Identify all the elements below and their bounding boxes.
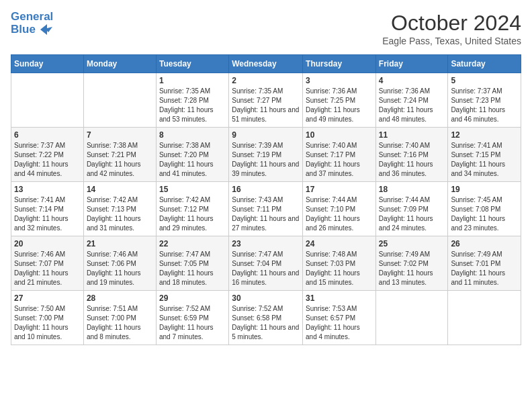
day-number: 2 bbox=[232, 76, 300, 85]
day-number: 7 bbox=[87, 130, 153, 140]
day-cell: 16Sunrise: 7:43 AM Sunset: 7:11 PM Dayli… bbox=[229, 182, 303, 236]
day-info: Sunrise: 7:37 AM Sunset: 7:22 PM Dayligh… bbox=[14, 141, 81, 179]
day-info: Sunrise: 7:49 AM Sunset: 7:01 PM Dayligh… bbox=[451, 250, 518, 287]
header-row: SundayMondayTuesdayWednesdayThursdayFrid… bbox=[11, 55, 521, 73]
day-info: Sunrise: 7:40 AM Sunset: 7:17 PM Dayligh… bbox=[306, 141, 373, 179]
day-number: 24 bbox=[306, 239, 373, 248]
day-cell: 8Sunrise: 7:38 AM Sunset: 7:20 PM Daylig… bbox=[156, 128, 228, 182]
day-info: Sunrise: 7:36 AM Sunset: 7:24 PM Dayligh… bbox=[379, 87, 445, 124]
day-cell: 10Sunrise: 7:40 AM Sunset: 7:17 PM Dayli… bbox=[303, 128, 376, 182]
day-number: 9 bbox=[232, 130, 300, 140]
logo-bird-icon bbox=[40, 24, 52, 35]
day-info: Sunrise: 7:40 AM Sunset: 7:16 PM Dayligh… bbox=[379, 141, 445, 179]
day-number: 27 bbox=[14, 293, 81, 303]
day-cell: 12Sunrise: 7:41 AM Sunset: 7:15 PM Dayli… bbox=[448, 128, 521, 182]
day-cell bbox=[375, 291, 448, 345]
day-cell: 13Sunrise: 7:41 AM Sunset: 7:14 PM Dayli… bbox=[11, 182, 84, 236]
day-number: 26 bbox=[451, 239, 518, 248]
day-number: 4 bbox=[379, 76, 445, 85]
day-number: 15 bbox=[159, 185, 226, 194]
day-cell: 27Sunrise: 7:50 AM Sunset: 7:00 PM Dayli… bbox=[11, 291, 84, 345]
day-cell: 18Sunrise: 7:44 AM Sunset: 7:09 PM Dayli… bbox=[375, 182, 448, 236]
calendar-table: SundayMondayTuesdayWednesdayThursdayFrid… bbox=[11, 54, 521, 345]
day-cell: 24Sunrise: 7:48 AM Sunset: 7:03 PM Dayli… bbox=[303, 236, 376, 291]
svg-marker-0 bbox=[40, 24, 52, 35]
day-number: 29 bbox=[159, 293, 226, 303]
day-cell: 11Sunrise: 7:40 AM Sunset: 7:16 PM Dayli… bbox=[375, 128, 448, 182]
day-cell: 5Sunrise: 7:37 AM Sunset: 7:23 PM Daylig… bbox=[448, 73, 521, 128]
day-info: Sunrise: 7:41 AM Sunset: 7:14 PM Dayligh… bbox=[14, 195, 81, 233]
day-number: 19 bbox=[451, 185, 518, 194]
day-info: Sunrise: 7:42 AM Sunset: 7:12 PM Dayligh… bbox=[159, 195, 226, 233]
day-info: Sunrise: 7:46 AM Sunset: 7:07 PM Dayligh… bbox=[14, 250, 81, 287]
day-cell: 4Sunrise: 7:36 AM Sunset: 7:24 PM Daylig… bbox=[375, 73, 448, 128]
day-number: 5 bbox=[451, 76, 518, 85]
day-cell: 17Sunrise: 7:44 AM Sunset: 7:10 PM Dayli… bbox=[303, 182, 376, 236]
day-info: Sunrise: 7:52 AM Sunset: 6:58 PM Dayligh… bbox=[232, 304, 300, 342]
day-cell: 2Sunrise: 7:35 AM Sunset: 7:27 PM Daylig… bbox=[229, 73, 303, 128]
day-number: 31 bbox=[306, 293, 373, 303]
day-number: 16 bbox=[232, 185, 300, 194]
day-cell bbox=[448, 291, 521, 345]
day-number: 22 bbox=[159, 239, 226, 248]
day-info: Sunrise: 7:47 AM Sunset: 7:05 PM Dayligh… bbox=[159, 250, 226, 287]
day-info: Sunrise: 7:38 AM Sunset: 7:20 PM Dayligh… bbox=[159, 141, 226, 179]
day-info: Sunrise: 7:39 AM Sunset: 7:19 PM Dayligh… bbox=[232, 141, 300, 179]
day-info: Sunrise: 7:49 AM Sunset: 7:02 PM Dayligh… bbox=[379, 250, 445, 287]
header-friday: Friday bbox=[375, 55, 448, 73]
day-info: Sunrise: 7:42 AM Sunset: 7:13 PM Dayligh… bbox=[87, 195, 153, 233]
header-thursday: Thursday bbox=[303, 55, 376, 73]
week-row-2: 6Sunrise: 7:37 AM Sunset: 7:22 PM Daylig… bbox=[11, 128, 521, 182]
day-info: Sunrise: 7:48 AM Sunset: 7:03 PM Dayligh… bbox=[306, 250, 373, 287]
day-number: 13 bbox=[14, 185, 81, 194]
week-row-4: 20Sunrise: 7:46 AM Sunset: 7:07 PM Dayli… bbox=[11, 236, 521, 291]
day-cell bbox=[83, 73, 156, 128]
day-cell: 21Sunrise: 7:46 AM Sunset: 7:06 PM Dayli… bbox=[83, 236, 156, 291]
logo-blue: Blue bbox=[11, 24, 53, 36]
day-cell: 15Sunrise: 7:42 AM Sunset: 7:12 PM Dayli… bbox=[156, 182, 228, 236]
day-cell: 7Sunrise: 7:38 AM Sunset: 7:21 PM Daylig… bbox=[83, 128, 156, 182]
day-number: 6 bbox=[14, 130, 81, 140]
header-sunday: Sunday bbox=[11, 55, 84, 73]
day-info: Sunrise: 7:51 AM Sunset: 7:00 PM Dayligh… bbox=[87, 304, 153, 342]
day-cell: 23Sunrise: 7:47 AM Sunset: 7:04 PM Dayli… bbox=[229, 236, 303, 291]
day-info: Sunrise: 7:50 AM Sunset: 7:00 PM Dayligh… bbox=[14, 304, 81, 342]
day-cell: 31Sunrise: 7:53 AM Sunset: 6:57 PM Dayli… bbox=[303, 291, 376, 345]
day-number: 17 bbox=[306, 185, 373, 194]
day-cell: 20Sunrise: 7:46 AM Sunset: 7:07 PM Dayli… bbox=[11, 236, 84, 291]
day-cell: 3Sunrise: 7:36 AM Sunset: 7:25 PM Daylig… bbox=[303, 73, 376, 128]
header-monday: Monday bbox=[83, 55, 156, 73]
day-cell: 28Sunrise: 7:51 AM Sunset: 7:00 PM Dayli… bbox=[83, 291, 156, 345]
day-number: 11 bbox=[379, 130, 445, 140]
day-number: 10 bbox=[306, 130, 373, 140]
logo-general: General bbox=[11, 11, 53, 24]
day-cell: 26Sunrise: 7:49 AM Sunset: 7:01 PM Dayli… bbox=[448, 236, 521, 291]
day-number: 18 bbox=[379, 185, 445, 194]
day-number: 8 bbox=[159, 130, 226, 140]
page-header: General Blue October 2024 Eagle Pass, Te… bbox=[11, 11, 521, 46]
day-number: 1 bbox=[159, 76, 226, 85]
day-info: Sunrise: 7:35 AM Sunset: 7:28 PM Dayligh… bbox=[159, 87, 226, 124]
header-wednesday: Wednesday bbox=[229, 55, 303, 73]
month-title: October 2024 bbox=[382, 11, 521, 36]
day-number: 21 bbox=[87, 239, 153, 248]
day-info: Sunrise: 7:47 AM Sunset: 7:04 PM Dayligh… bbox=[232, 250, 300, 287]
day-cell: 1Sunrise: 7:35 AM Sunset: 7:28 PM Daylig… bbox=[156, 73, 228, 128]
day-cell: 14Sunrise: 7:42 AM Sunset: 7:13 PM Dayli… bbox=[83, 182, 156, 236]
day-cell: 9Sunrise: 7:39 AM Sunset: 7:19 PM Daylig… bbox=[229, 128, 303, 182]
day-cell: 22Sunrise: 7:47 AM Sunset: 7:05 PM Dayli… bbox=[156, 236, 228, 291]
header-tuesday: Tuesday bbox=[156, 55, 228, 73]
week-row-1: 1Sunrise: 7:35 AM Sunset: 7:28 PM Daylig… bbox=[11, 73, 521, 128]
day-number: 23 bbox=[232, 239, 300, 248]
day-number: 12 bbox=[451, 130, 518, 140]
day-info: Sunrise: 7:45 AM Sunset: 7:08 PM Dayligh… bbox=[451, 195, 518, 233]
day-number: 3 bbox=[306, 76, 373, 85]
day-number: 28 bbox=[87, 293, 153, 303]
day-cell: 29Sunrise: 7:52 AM Sunset: 6:59 PM Dayli… bbox=[156, 291, 228, 345]
day-number: 25 bbox=[379, 239, 445, 248]
header-saturday: Saturday bbox=[448, 55, 521, 73]
day-info: Sunrise: 7:44 AM Sunset: 7:09 PM Dayligh… bbox=[379, 195, 445, 233]
day-number: 14 bbox=[87, 185, 153, 194]
day-info: Sunrise: 7:41 AM Sunset: 7:15 PM Dayligh… bbox=[451, 141, 518, 179]
day-info: Sunrise: 7:35 AM Sunset: 7:27 PM Dayligh… bbox=[232, 87, 300, 124]
